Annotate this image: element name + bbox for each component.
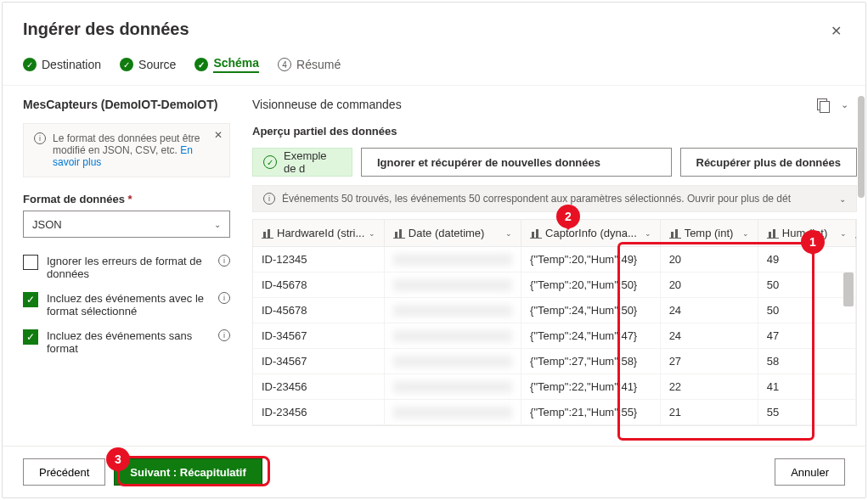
modal-body: MesCapteurs (DemoIOT-DemoIOT) i Le forma… bbox=[3, 85, 865, 446]
info-icon[interactable]: i bbox=[218, 292, 230, 304]
step-source[interactable]: ✓Source bbox=[120, 58, 176, 71]
col-hum[interactable]: Hum (int)⌄ bbox=[758, 220, 855, 247]
chevron-down-icon: ⌄ bbox=[742, 229, 749, 238]
info-icon[interactable]: i bbox=[218, 329, 230, 341]
table-row[interactable]: ID-34567{"Temp":24,"Hum":47}2447 bbox=[253, 323, 856, 349]
cell-hum: 55 bbox=[758, 400, 855, 425]
datatype-icon bbox=[393, 228, 405, 239]
chevron-down-icon: ⌄ bbox=[369, 229, 375, 238]
cell-date bbox=[384, 323, 521, 349]
cell-hum: 58 bbox=[758, 349, 855, 374]
format-notice: i Le format des données peut être modifi… bbox=[23, 123, 230, 177]
button-ignore-refetch[interactable]: Ignorer et récupérer de nouvelles donnée… bbox=[361, 148, 672, 177]
chevron-down-icon: ⌄ bbox=[505, 229, 512, 238]
table-row[interactable]: ID-23456{"Temp":22,"Hum":41}2241 bbox=[253, 374, 856, 400]
table-row[interactable]: ID-45678{"Temp":24,"Hum":50}2450 bbox=[253, 298, 856, 323]
table-name: MesCapteurs (DemoIOT-DemoIOT) bbox=[23, 98, 230, 111]
checkbox-icon[interactable] bbox=[23, 255, 38, 270]
cell-captorinfo: {"Temp":27,"Hum":58} bbox=[521, 349, 661, 374]
preview-title: Aperçu partiel des données bbox=[251, 121, 859, 148]
cell-captorinfo: {"Temp":24,"Hum":47} bbox=[521, 323, 661, 349]
prev-button[interactable]: Précédent bbox=[23, 458, 105, 486]
cell-hum: 49 bbox=[758, 247, 855, 272]
cell-date bbox=[384, 400, 521, 425]
datatype-icon bbox=[530, 228, 542, 239]
right-panel: Visionneuse de commandes ⌄ Aperçu partie… bbox=[249, 86, 865, 446]
format-label: Format de données * bbox=[23, 193, 230, 205]
cell-temp: 27 bbox=[660, 349, 758, 374]
check-icon: ✓ bbox=[23, 58, 37, 71]
table-row[interactable]: ID-23456{"Temp":21,"Hum":55}2155 bbox=[253, 400, 856, 425]
cell-temp: 20 bbox=[660, 247, 758, 272]
table-row[interactable]: ID-34567{"Temp":27,"Hum":58}2758 bbox=[253, 349, 856, 374]
col-hardwareid[interactable]: HardwareId (stri...⌄ bbox=[253, 220, 384, 247]
modal-footer: Précédent Suivant : Récapitulatif Annule… bbox=[3, 446, 865, 497]
cell-date bbox=[384, 349, 521, 374]
cell-hum: 41 bbox=[758, 374, 855, 400]
info-icon: i bbox=[34, 132, 46, 144]
cell-temp: 20 bbox=[660, 272, 758, 298]
cell-date bbox=[384, 272, 521, 298]
sample-pill[interactable]: ✓ Exemple de d bbox=[252, 148, 352, 177]
check-icon: ✓ bbox=[120, 58, 133, 71]
step-number-icon: 4 bbox=[278, 58, 291, 71]
checkbox-include-format[interactable]: ✓ Incluez des événements avec le format … bbox=[23, 292, 230, 317]
info-icon[interactable]: i bbox=[218, 255, 230, 267]
notice-text: Le format des données peut être modifié … bbox=[53, 132, 200, 156]
check-icon: ✓ bbox=[194, 58, 208, 71]
checkbox-include-noformat[interactable]: ✓ Incluez des événements sans format i bbox=[23, 329, 230, 355]
cell-date bbox=[384, 247, 521, 272]
step-summary[interactable]: 4Résumé bbox=[278, 58, 341, 71]
table-scrollbar[interactable] bbox=[843, 272, 854, 306]
cell-date bbox=[384, 298, 521, 323]
checkbox-checked-icon[interactable]: ✓ bbox=[23, 292, 38, 307]
cell-hardwareid: ID-23456 bbox=[253, 374, 384, 400]
cell-date bbox=[384, 374, 521, 400]
step-destination[interactable]: ✓Destination bbox=[23, 58, 101, 71]
datatype-icon bbox=[262, 228, 273, 239]
col-date[interactable]: Date (datetime)⌄ bbox=[384, 220, 521, 247]
modal-header: Ingérer des données ✕ bbox=[3, 3, 865, 49]
scrollbar[interactable] bbox=[858, 96, 865, 447]
chevron-down-icon: ⌄ bbox=[840, 229, 847, 238]
table-row[interactable]: ID-45678{"Temp":20,"Hum":50}2050 bbox=[253, 272, 856, 298]
cell-captorinfo: {"Temp":20,"Hum":49} bbox=[521, 247, 661, 272]
cell-captorinfo: {"Temp":22,"Hum":41} bbox=[521, 374, 661, 400]
info-icon: i bbox=[263, 193, 275, 205]
chevron-down-icon: ⌄ bbox=[645, 229, 651, 238]
dismiss-notice-icon[interactable]: ✕ bbox=[214, 129, 223, 141]
cell-hardwareid: ID-34567 bbox=[253, 323, 384, 349]
chevron-down-icon: ⌄ bbox=[214, 220, 221, 229]
checkbox-checked-icon[interactable]: ✓ bbox=[23, 329, 38, 345]
chevron-down-icon[interactable]: ⌄ bbox=[839, 194, 846, 204]
chevron-down-icon[interactable]: ⌄ bbox=[841, 99, 848, 110]
preview-table: ＋ HardwareId (stri...⌄ Date (datetime)⌄ … bbox=[252, 219, 857, 426]
datatype-icon bbox=[767, 228, 779, 239]
next-button[interactable]: Suivant : Récapitulatif bbox=[114, 458, 262, 486]
col-temp[interactable]: Temp (int)⌄ bbox=[660, 220, 758, 247]
cell-hardwareid: ID-34567 bbox=[253, 349, 384, 374]
cell-hardwareid: ID-45678 bbox=[253, 298, 384, 323]
format-value: JSON bbox=[32, 218, 62, 231]
events-info-bar[interactable]: i Événements 50 trouvés, les événements … bbox=[252, 185, 857, 212]
cell-captorinfo: {"Temp":24,"Hum":50} bbox=[521, 298, 661, 323]
table-row[interactable]: ID-12345{"Temp":20,"Hum":49}2049 bbox=[253, 247, 856, 272]
cell-hardwareid: ID-45678 bbox=[253, 272, 384, 298]
viewer-header: Visionneuse de commandes ⌄ bbox=[251, 98, 859, 121]
button-fetch-more[interactable]: Récupérer plus de données bbox=[680, 148, 858, 177]
checkbox-ignore-errors[interactable]: Ignorer les erreurs de format de données… bbox=[23, 255, 230, 280]
cell-captorinfo: {"Temp":21,"Hum":55} bbox=[521, 400, 661, 425]
cancel-button[interactable]: Annuler bbox=[775, 458, 845, 486]
format-select[interactable]: JSON ⌄ bbox=[23, 211, 230, 238]
viewer-title: Visionneuse de commandes bbox=[252, 98, 402, 111]
modal-title: Ingérer des données bbox=[23, 20, 189, 39]
cell-temp: 22 bbox=[660, 374, 758, 400]
datatype-icon bbox=[669, 228, 681, 239]
cell-temp: 24 bbox=[660, 323, 758, 349]
col-captorinfo[interactable]: CaptorInfo (dyna...⌄ bbox=[521, 220, 661, 247]
close-icon[interactable]: ✕ bbox=[827, 20, 845, 42]
step-schema[interactable]: ✓Schéma bbox=[194, 56, 259, 73]
ingest-modal: Ingérer des données ✕ ✓Destination ✓Sour… bbox=[2, 2, 866, 498]
copy-icon[interactable] bbox=[817, 98, 829, 110]
cell-hardwareid: ID-12345 bbox=[253, 247, 384, 272]
